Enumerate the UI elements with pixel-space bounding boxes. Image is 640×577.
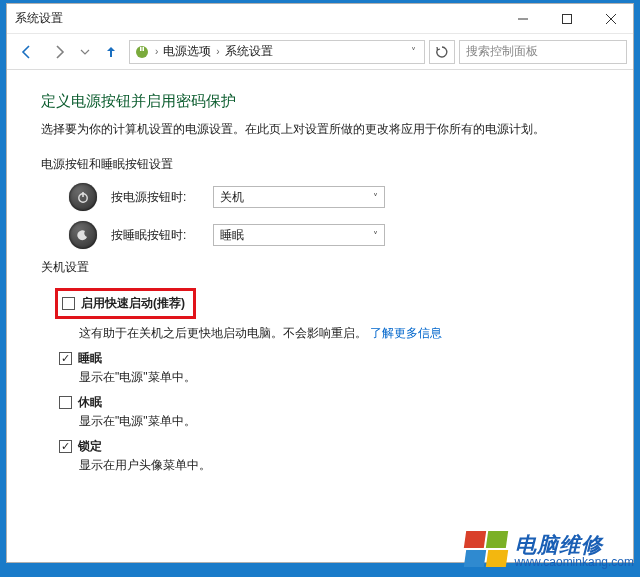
window-title: 系统设置 [15, 10, 63, 27]
recent-dropdown[interactable] [77, 38, 93, 66]
page-heading: 定义电源按钮并启用密码保护 [41, 92, 599, 111]
maximize-button[interactable] [545, 4, 589, 34]
shutdown-section-title: 关机设置 [41, 259, 599, 276]
chevron-right-icon: › [213, 46, 222, 57]
sleep-desc: 显示在"电源"菜单中。 [79, 369, 599, 386]
power-button-dropdown[interactable]: 关机 ˅ [213, 186, 385, 208]
svg-point-4 [136, 46, 148, 58]
window-controls [501, 4, 633, 34]
fast-startup-checkbox[interactable] [62, 297, 75, 310]
fast-startup-desc: 这有助于在关机之后更快地启动电脑。不会影响重启。 了解更多信息 [79, 325, 599, 342]
dropdown-value: 关机 [220, 189, 244, 206]
forward-button[interactable] [45, 38, 73, 66]
lock-checkbox[interactable] [59, 440, 72, 453]
sleep-icon [69, 221, 97, 249]
lock-desc: 显示在用户头像菜单中。 [79, 457, 599, 474]
lock-label: 锁定 [78, 438, 102, 455]
chevron-down-icon: ˅ [373, 230, 378, 241]
hibernate-option: 休眠 显示在"电源"菜单中。 [59, 394, 599, 430]
minimize-button[interactable] [501, 4, 545, 34]
hibernate-label: 休眠 [78, 394, 102, 411]
sleep-button-label: 按睡眠按钮时: [111, 227, 199, 244]
refresh-button[interactable] [429, 40, 455, 64]
fast-startup-label: 启用快速启动(推荐) [81, 295, 185, 312]
power-button-label: 按电源按钮时: [111, 189, 199, 206]
page-subtext: 选择要为你的计算机设置的电源设置。在此页上对设置所做的更改将应用于你所有的电源计… [41, 121, 599, 138]
breadcrumb-dropdown[interactable]: ˅ [407, 46, 420, 57]
button-section-title: 电源按钮和睡眠按钮设置 [41, 156, 599, 173]
sleep-option: 睡眠 显示在"电源"菜单中。 [59, 350, 599, 386]
power-icon [69, 183, 97, 211]
chevron-right-icon: › [152, 46, 161, 57]
hibernate-checkbox[interactable] [59, 396, 72, 409]
power-button-row: 按电源按钮时: 关机 ˅ [69, 183, 599, 211]
hibernate-desc: 显示在"电源"菜单中。 [79, 413, 599, 430]
breadcrumb-item[interactable]: 电源选项 [163, 43, 211, 60]
titlebar: 系统设置 [7, 4, 633, 34]
dropdown-value: 睡眠 [220, 227, 244, 244]
search-placeholder: 搜索控制面板 [466, 43, 538, 60]
navbar: › 电源选项 › 系统设置 ˅ 搜索控制面板 [7, 34, 633, 70]
close-button[interactable] [589, 4, 633, 34]
learn-more-link[interactable]: 了解更多信息 [370, 326, 442, 340]
up-button[interactable] [97, 38, 125, 66]
content-area: 定义电源按钮并启用密码保护 选择要为你的计算机设置的电源设置。在此页上对设置所做… [7, 70, 633, 562]
svg-rect-1 [563, 14, 572, 23]
chevron-down-icon: ˅ [373, 192, 378, 203]
sleep-button-row: 按睡眠按钮时: 睡眠 ˅ [69, 221, 599, 249]
back-button[interactable] [13, 38, 41, 66]
lock-option: 锁定 显示在用户头像菜单中。 [59, 438, 599, 474]
breadcrumb[interactable]: › 电源选项 › 系统设置 ˅ [129, 40, 425, 64]
search-input[interactable]: 搜索控制面板 [459, 40, 627, 64]
sleep-label: 睡眠 [78, 350, 102, 367]
svg-rect-5 [140, 47, 142, 51]
svg-rect-6 [143, 47, 145, 51]
breadcrumb-item[interactable]: 系统设置 [225, 43, 273, 60]
settings-window: 系统设置 › 电源选项 › [6, 3, 634, 563]
power-options-icon [134, 44, 150, 60]
sleep-button-dropdown[interactable]: 睡眠 ˅ [213, 224, 385, 246]
sleep-checkbox[interactable] [59, 352, 72, 365]
fast-startup-highlight: 启用快速启动(推荐) [55, 288, 196, 319]
